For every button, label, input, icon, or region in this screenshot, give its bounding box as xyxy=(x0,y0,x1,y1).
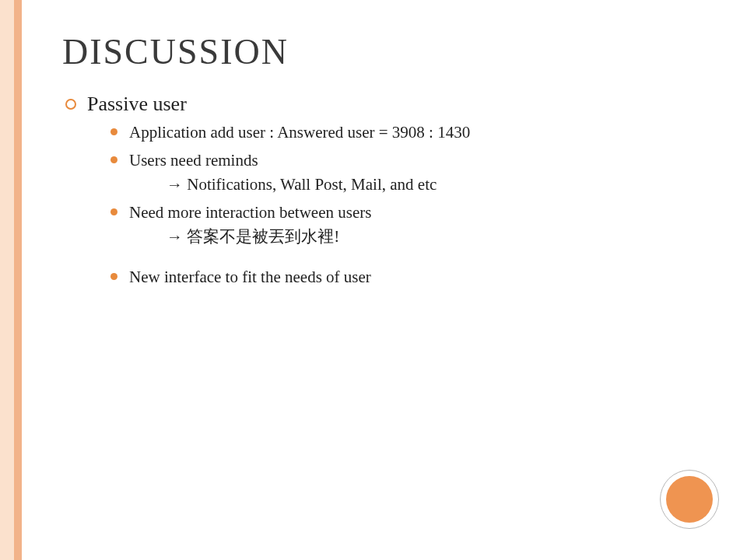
dot-bullet-icon xyxy=(110,128,117,135)
item-subtext: → Notifications, Wall Post, Mail, and et… xyxy=(129,173,716,196)
item-text: Application add user : Answered user = 3… xyxy=(129,123,470,142)
level1-list: Passive user Application add user : Answ… xyxy=(62,93,716,289)
spacer xyxy=(110,253,716,261)
slide-title: DISCUSSION xyxy=(62,31,716,72)
dot-bullet-icon xyxy=(110,156,117,163)
dot-bullet-icon xyxy=(110,273,117,280)
item-text: Need more interaction between users xyxy=(129,203,371,222)
left-stripe-outer xyxy=(0,0,14,560)
item-text: Users need reminds xyxy=(129,151,258,170)
decorative-circle-icon xyxy=(666,476,713,523)
level1-item: Passive user Application add user : Answ… xyxy=(65,93,716,289)
list-item: Application add user : Answered user = 3… xyxy=(110,121,716,144)
level2-list: Application add user : Answered user = 3… xyxy=(87,121,716,289)
level1-heading: Passive user xyxy=(87,93,187,115)
list-item: New interface to fit the needs of user xyxy=(110,265,716,289)
list-item: Need more interaction between users → 答案… xyxy=(110,201,716,248)
list-item: Users need reminds → Notifications, Wall… xyxy=(110,149,716,196)
dot-bullet-icon xyxy=(110,208,117,215)
circle-bullet-icon xyxy=(65,99,76,110)
item-subtext: → 答案不是被丟到水裡! xyxy=(129,225,716,248)
slide-content: DISCUSSION Passive user Application add … xyxy=(62,31,716,296)
item-text: New interface to fit the needs of user xyxy=(129,268,371,286)
left-stripe-inner xyxy=(14,0,22,560)
